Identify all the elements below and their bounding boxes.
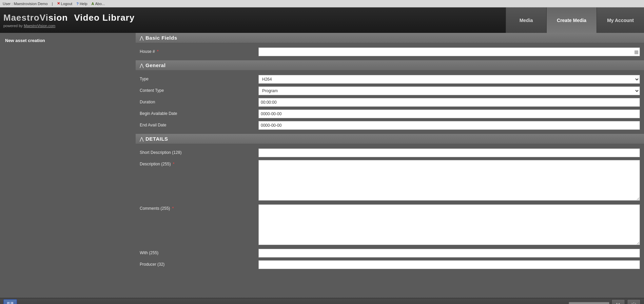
duration-input[interactable]: 00:00:00 <box>258 98 640 107</box>
comments-required: * <box>172 206 174 211</box>
house-input-wrap: ▦ <box>258 47 640 56</box>
house-required: * <box>157 49 159 54</box>
logo-area: MaestroVision Video Library powered by M… <box>3 13 135 28</box>
svg-rect-2 <box>8 302 9 304</box>
type-label: Type <box>140 75 255 81</box>
duration-row: Duration 00:00:00 <box>136 97 644 108</box>
basic-fields-title: Basic Fields <box>145 35 177 41</box>
end-avail-date-row: End Avail Date 0000-00-00 <box>136 120 644 131</box>
logout-icon: ✕ <box>57 1 60 6</box>
content-type-control: Program Movie Episode Clip <box>258 86 640 95</box>
nav-prev-button[interactable] <box>611 299 625 304</box>
general-title: General <box>145 62 165 68</box>
description-required: * <box>173 162 175 166</box>
page-title: New asset creation <box>5 38 131 43</box>
type-select[interactable]: H264 MP4 AVI MOV <box>258 75 640 84</box>
user-info-bar: User : Maestrovision Demo | ✕ Logout ? H… <box>0 0 644 7</box>
producer-input[interactable] <box>258 260 640 269</box>
tab-create-media[interactable]: Create Media <box>546 7 597 33</box>
content-area: ⋀ Basic Fields House # * ▦ ⋀ General Typ <box>136 33 644 298</box>
content-type-select[interactable]: Program Movie Episode Clip <box>258 86 640 95</box>
app-subtitle: powered by MaestroVision.com <box>3 24 135 28</box>
producer-control <box>258 260 640 269</box>
with-input[interactable] <box>258 249 640 258</box>
with-row: With (255) <box>136 247 644 259</box>
general-section: Type H264 MP4 AVI MOV Content Type Progr… <box>136 71 644 134</box>
details-collapse-icon[interactable]: ⋀ <box>140 136 143 142</box>
general-header: ⋀ General <box>136 60 644 70</box>
tab-my-account[interactable]: My Account <box>597 7 644 33</box>
user-label: User : Maestrovision Demo <box>3 2 48 6</box>
house-label: House # * <box>140 47 255 54</box>
end-avail-date-control: 0000-00-00 <box>258 121 640 130</box>
content-type-row: Content Type Program Movie Episode Clip <box>136 85 644 97</box>
general-collapse-icon[interactable]: ⋀ <box>140 63 143 68</box>
help-button[interactable]: ? Help <box>76 2 87 6</box>
details-section: Short Description (128) Description (255… <box>136 144 644 273</box>
top-bar: MaestroVision Video Library powered by M… <box>0 7 644 33</box>
comments-row: Comments (255) * <box>136 203 644 247</box>
bottom-bar <box>0 298 644 304</box>
with-label: With (255) <box>140 249 255 255</box>
comments-textarea[interactable] <box>258 204 640 245</box>
short-description-control <box>258 148 640 157</box>
duration-label: Duration <box>140 98 255 104</box>
house-row: House # * ▦ <box>136 46 644 58</box>
short-description-input[interactable] <box>258 148 640 157</box>
header-wrapper: User : Maestrovision Demo | ✕ Logout ? H… <box>0 0 644 33</box>
description-textarea[interactable] <box>258 160 640 201</box>
duration-control: 00:00:00 <box>258 98 640 107</box>
save-button[interactable] <box>3 299 17 304</box>
basic-fields-header: ⋀ Basic Fields <box>136 33 644 43</box>
content-type-label: Content Type <box>140 86 255 93</box>
type-control: H264 MP4 AVI MOV <box>258 75 640 84</box>
app-logo: MaestroVision Video Library <box>3 13 135 23</box>
producer-label: Producer (32) <box>140 260 255 267</box>
bottom-right-controls <box>569 299 641 304</box>
description-row: Description (255) * <box>136 159 644 203</box>
end-avail-date-input[interactable]: 0000-00-00 <box>258 121 640 130</box>
tab-media[interactable]: Media <box>506 7 546 33</box>
begin-available-date-label: Begin Available Date <box>140 109 255 116</box>
basic-fields-section: House # * ▦ <box>136 43 644 60</box>
description-control <box>258 160 640 202</box>
help-icon: ? <box>76 2 79 6</box>
sidebar: New asset creation <box>0 33 136 298</box>
details-header: ⋀ DETAILS <box>136 134 644 144</box>
basic-fields-collapse-icon[interactable]: ⋀ <box>140 35 143 41</box>
settings-button[interactable] <box>627 299 641 304</box>
main-layout: New asset creation ⋀ Basic Fields House … <box>0 33 644 298</box>
short-description-row: Short Description (128) <box>136 147 644 159</box>
end-avail-date-label: End Avail Date <box>140 121 255 127</box>
nav-tabs: Media Create Media My Account <box>506 7 644 33</box>
producer-row: Producer (32) <box>136 259 644 270</box>
logout-button[interactable]: ✕ Logout <box>57 1 73 6</box>
about-icon: A <box>92 2 94 6</box>
app-title: Video Library <box>74 13 135 23</box>
progress-bar <box>569 302 609 304</box>
calendar-icon[interactable]: ▦ <box>634 49 639 55</box>
divider: | <box>52 2 53 6</box>
short-description-label: Short Description (128) <box>140 148 255 155</box>
svg-rect-6 <box>617 303 617 304</box>
with-control <box>258 249 640 258</box>
begin-available-date-input[interactable]: 0000-00-00 <box>258 109 640 118</box>
svg-marker-5 <box>617 303 620 304</box>
subtitle-link[interactable]: MaestroVision.com <box>24 24 55 28</box>
begin-available-date-control: 0000-00-00 <box>258 109 640 118</box>
comments-control <box>258 204 640 246</box>
about-button[interactable]: A Abo... <box>92 2 105 6</box>
comments-label: Comments (255) * <box>140 204 255 211</box>
house-input[interactable] <box>258 47 640 56</box>
details-title: DETAILS <box>145 136 168 142</box>
begin-available-date-row: Begin Available Date 0000-00-00 <box>136 108 644 120</box>
type-row: Type H264 MP4 AVI MOV <box>136 74 644 85</box>
description-label: Description (255) * <box>140 160 255 166</box>
